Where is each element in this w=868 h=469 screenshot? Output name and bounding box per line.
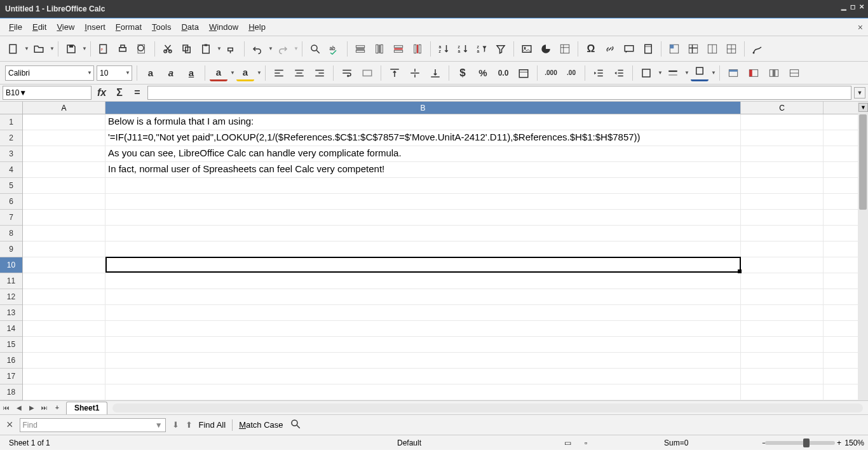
cell[interactable] xyxy=(23,337,105,352)
close-findbar-button[interactable]: × xyxy=(6,418,13,432)
cell[interactable] xyxy=(105,353,741,368)
chevron-down-icon[interactable]: ▼ xyxy=(19,88,27,97)
name-box[interactable]: B10 ▼ xyxy=(3,86,92,100)
export-pdf-icon[interactable]: P xyxy=(95,41,112,57)
increase-indent-icon[interactable] xyxy=(590,65,607,81)
currency-icon[interactable]: $ xyxy=(454,65,471,81)
cell[interactable] xyxy=(23,273,105,289)
conditional-format-icon[interactable] xyxy=(745,65,763,81)
redo-icon[interactable] xyxy=(275,41,291,57)
print-icon[interactable] xyxy=(114,41,131,57)
save-icon[interactable] xyxy=(63,41,79,57)
cell[interactable] xyxy=(741,384,824,400)
close-document-button[interactable]: × xyxy=(858,22,863,32)
cell[interactable] xyxy=(23,241,105,257)
highlight-dropdown[interactable]: ▼ xyxy=(257,70,261,76)
find-prev-icon[interactable]: ⬇ xyxy=(172,420,179,430)
tab-first-icon[interactable]: ⏮ xyxy=(0,404,13,411)
open-icon[interactable] xyxy=(31,41,47,57)
comment-icon[interactable] xyxy=(621,41,637,57)
cell[interactable] xyxy=(23,369,105,384)
cell[interactable] xyxy=(741,321,824,336)
add-decimal-icon[interactable]: .000 xyxy=(542,65,560,81)
row-header[interactable]: 16 xyxy=(0,353,22,369)
borders-icon[interactable] xyxy=(637,65,655,81)
autofilter-icon[interactable]: za xyxy=(473,41,490,57)
cell[interactable] xyxy=(741,337,824,352)
cell[interactable] xyxy=(741,369,824,384)
cell[interactable] xyxy=(105,289,741,304)
cell[interactable] xyxy=(23,210,105,225)
autofilter-toggle-icon[interactable] xyxy=(492,41,509,57)
cell[interactable] xyxy=(23,114,105,130)
menu-file[interactable]: File xyxy=(4,20,27,34)
number-icon[interactable]: 0.0 xyxy=(494,65,512,81)
cell[interactable]: Below is a formula that I am using: xyxy=(105,114,741,130)
chevron-down-icon[interactable]: ▼ xyxy=(87,70,92,76)
cell[interactable]: '=IF(J11=0,"Not yet paid",LOOKUP(2,1/($R… xyxy=(105,130,741,146)
bold-icon[interactable]: a xyxy=(142,65,159,81)
draw-functions-icon[interactable] xyxy=(749,41,766,57)
cell[interactable] xyxy=(23,130,105,146)
column-header[interactable]: C xyxy=(741,102,824,114)
tab-prev-icon[interactable]: ◀ xyxy=(13,404,25,411)
border-style-icon[interactable] xyxy=(664,65,682,81)
spellcheck-icon[interactable]: ab xyxy=(326,41,342,57)
cell[interactable] xyxy=(741,194,824,209)
scrollbar-thumb[interactable] xyxy=(859,114,867,210)
menu-insert[interactable]: Insert xyxy=(79,20,111,34)
zoom-value[interactable]: 150% xyxy=(844,438,864,447)
row-header[interactable]: 12 xyxy=(0,289,22,305)
row-header[interactable]: 10 xyxy=(0,257,22,273)
cell[interactable]: As you can see, LibreOffice Calc can han… xyxy=(105,146,741,161)
sort-desc-icon[interactable]: za xyxy=(454,41,471,57)
split-window-icon[interactable] xyxy=(704,41,721,57)
copy-icon[interactable] xyxy=(179,41,195,57)
font-name-combo[interactable]: Calibri ▼ xyxy=(5,65,94,81)
find-replace-icon[interactable] xyxy=(307,41,323,57)
wrap-text-icon[interactable] xyxy=(338,65,356,81)
row-header[interactable]: 7 xyxy=(0,210,22,226)
border-style-dropdown[interactable]: ▼ xyxy=(684,70,688,76)
styles-icon2[interactable] xyxy=(785,65,803,81)
cell[interactable] xyxy=(741,353,824,368)
align-right-icon[interactable] xyxy=(311,65,329,81)
cell[interactable] xyxy=(23,384,105,400)
row-insert-icon[interactable] xyxy=(352,41,369,57)
cell[interactable] xyxy=(23,178,105,193)
menu-help[interactable]: Help xyxy=(243,20,271,34)
sum-status[interactable]: Sum=0 xyxy=(664,438,688,447)
column-header[interactable]: B xyxy=(105,102,741,114)
col-delete-icon[interactable] xyxy=(409,41,426,57)
cell[interactable] xyxy=(23,146,105,161)
cell[interactable] xyxy=(105,178,741,193)
cell[interactable] xyxy=(105,321,741,336)
cell[interactable] xyxy=(105,241,741,257)
align-left-icon[interactable] xyxy=(270,65,288,81)
paste-dropdown[interactable]: ▼ xyxy=(217,46,220,51)
zoom-slider[interactable] xyxy=(761,438,839,447)
sheet-tab[interactable]: Sheet1 xyxy=(66,402,107,414)
row-header[interactable]: 17 xyxy=(0,369,22,384)
undo-icon[interactable] xyxy=(249,41,266,57)
cell[interactable] xyxy=(105,226,741,241)
styles-icon1[interactable] xyxy=(765,65,783,81)
find-all-button[interactable]: Find All xyxy=(199,420,226,430)
chevron-down-icon[interactable]: ▼ xyxy=(125,70,130,76)
cell[interactable] xyxy=(23,289,105,304)
horizontal-scrollbar[interactable] xyxy=(112,404,863,412)
add-sheet-button[interactable]: + xyxy=(51,404,64,411)
cell[interactable] xyxy=(741,178,824,193)
row-header[interactable]: 13 xyxy=(0,305,22,321)
font-color-dropdown[interactable]: ▼ xyxy=(230,70,234,76)
insert-mode-icon[interactable]: ▭ xyxy=(564,438,571,447)
remove-decimal-icon[interactable]: .00 xyxy=(562,65,580,81)
cell[interactable] xyxy=(105,305,741,320)
row-header[interactable]: 18 xyxy=(0,384,22,400)
function-wizard-icon[interactable]: fx xyxy=(94,86,109,100)
pivot-icon[interactable] xyxy=(557,41,573,57)
cell[interactable] xyxy=(23,162,105,177)
zoom-in-button[interactable]: + xyxy=(837,438,841,447)
minimize-button[interactable]: ▁ xyxy=(841,3,846,10)
sum-icon[interactable]: Σ xyxy=(112,86,127,100)
